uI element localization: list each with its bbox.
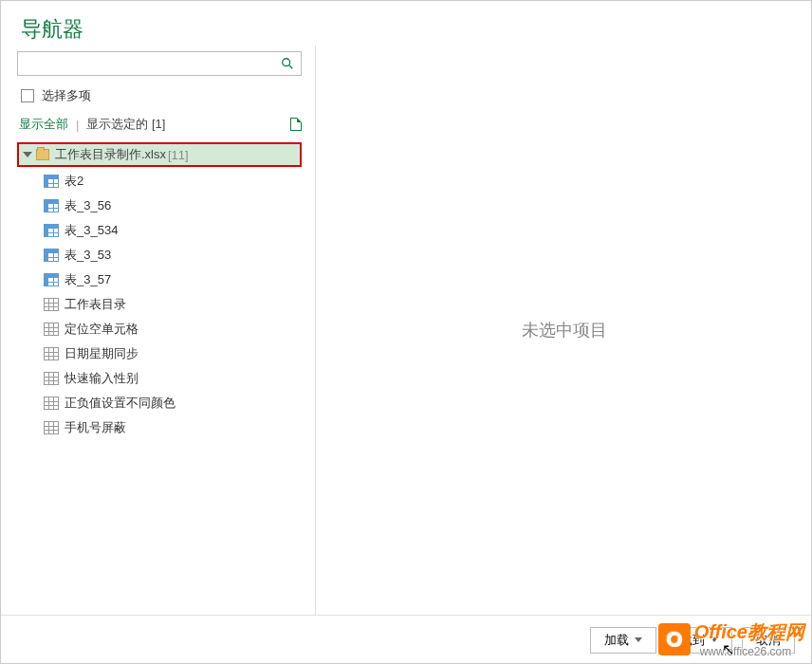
- tree-item[interactable]: 工作表目录: [44, 292, 304, 317]
- load-to-button-label: 载到: [680, 632, 705, 649]
- tree-item[interactable]: 正负值设置不同颜色: [44, 391, 304, 415]
- tree-item-label: 表2: [65, 173, 83, 190]
- tree-item-label: 快速输入性别: [65, 370, 138, 387]
- table-icon: [44, 224, 59, 237]
- tree-item[interactable]: 表2: [44, 169, 304, 194]
- search-box[interactable]: [17, 51, 302, 76]
- tree-item-label: 表_3_53: [65, 247, 111, 264]
- tree-item-label: 定位空单元格: [65, 321, 138, 338]
- preview-panel: 未选中项目: [316, 46, 812, 615]
- tree-item-label: 日期星期同步: [65, 345, 138, 362]
- tree-item[interactable]: 日期星期同步: [44, 341, 304, 366]
- tree-item-label: 工作表目录: [65, 296, 126, 313]
- multi-select-label: 选择多项: [42, 87, 91, 104]
- table-icon: [44, 273, 59, 286]
- tree-item[interactable]: 手机号屏蔽: [44, 415, 304, 440]
- svg-point-0: [283, 59, 290, 66]
- tree-root-highlight: 工作表目录制作.xlsx [11]: [17, 142, 302, 167]
- search-input[interactable]: [18, 52, 274, 75]
- root-file-label: 工作表目录制作.xlsx: [55, 146, 166, 163]
- filter-row: 显示全部 | 显示选定的 [1]: [17, 112, 304, 142]
- folder-icon: [36, 149, 49, 160]
- show-all-link[interactable]: 显示全部: [19, 116, 68, 133]
- dialog-title: 导航器: [21, 15, 791, 44]
- load-to-button[interactable]: 载到: [666, 627, 732, 654]
- sheet-icon: [44, 397, 59, 410]
- chevron-down-icon: [710, 637, 718, 642]
- tree-item[interactable]: 表_3_56: [44, 194, 304, 218]
- tree-item[interactable]: 表_3_534: [44, 218, 304, 243]
- tree-root[interactable]: 工作表目录制作.xlsx [11]: [19, 144, 300, 165]
- tree-item[interactable]: 快速输入性别: [44, 366, 304, 391]
- preview-placeholder: 未选中项目: [522, 319, 607, 341]
- tree-items: 表2 表_3_56 表_3_534 表_3_53 表_3_57 工作表目录 定位…: [17, 167, 304, 440]
- filter-separator: |: [76, 118, 79, 132]
- tree-item-label: 表_3_56: [65, 197, 111, 214]
- collapse-arrow-icon[interactable]: [23, 152, 32, 157]
- dialog-content: 选择多项 显示全部 | 显示选定的 [1] 工作表目录制作.xlsx [11] …: [0, 46, 812, 615]
- table-icon: [44, 249, 59, 262]
- sheet-icon: [44, 347, 59, 360]
- chevron-down-icon: [635, 637, 642, 642]
- show-selected-link[interactable]: 显示选定的 [1]: [86, 116, 165, 133]
- sheet-icon: [44, 421, 59, 434]
- multi-select-checkbox[interactable]: [21, 89, 34, 102]
- navigator-panel: 选择多项 显示全部 | 显示选定的 [1] 工作表目录制作.xlsx [11] …: [0, 46, 316, 615]
- tree-item-label: 手机号屏蔽: [65, 419, 126, 436]
- load-button[interactable]: 加载: [590, 627, 656, 654]
- tree-item-label: 正负值设置不同颜色: [65, 395, 175, 412]
- dialog-footer: 加载 载到 取消: [0, 615, 812, 664]
- multi-select-option[interactable]: 选择多项: [17, 83, 304, 112]
- tree-item[interactable]: 表_3_53: [44, 243, 304, 267]
- tree-item[interactable]: 表_3_57: [44, 267, 304, 292]
- load-button-label: 加载: [604, 632, 629, 649]
- cancel-button-label: 取消: [756, 632, 781, 649]
- sheet-icon: [44, 372, 59, 385]
- root-item-count: [11]: [168, 148, 189, 162]
- sheet-icon: [44, 298, 59, 311]
- svg-line-1: [289, 65, 293, 69]
- tree-item-label: 表_3_57: [65, 271, 111, 288]
- refresh-icon[interactable]: [290, 118, 302, 131]
- search-icon[interactable]: [274, 52, 301, 75]
- tree-item[interactable]: 定位空单元格: [44, 317, 304, 341]
- table-icon: [44, 199, 59, 212]
- tree-item-label: 表_3_534: [65, 222, 118, 239]
- table-icon: [44, 175, 59, 188]
- cancel-button[interactable]: 取消: [742, 627, 795, 654]
- sheet-icon: [44, 323, 59, 336]
